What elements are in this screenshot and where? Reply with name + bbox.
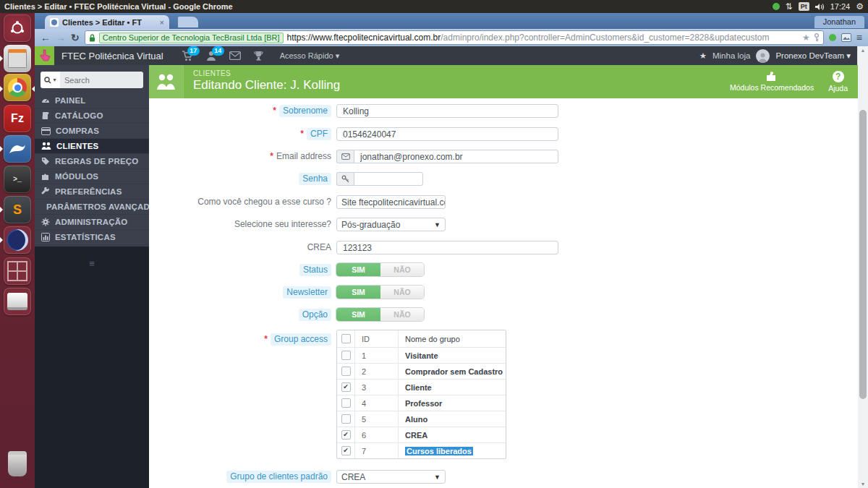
page-scrollbar[interactable]: ▲ ▼ xyxy=(857,46,868,488)
admin-sidebar: ▾ PAINEL CATÁLOGO COMPRAS CLIENTES REGRA… xyxy=(35,65,149,488)
tab-close-icon[interactable]: × xyxy=(160,18,164,27)
table-header-row: ID Nome do grupo xyxy=(337,330,506,347)
launcher-workspace-switcher-icon[interactable] xyxy=(4,257,31,285)
status-yes-button[interactable]: SIM xyxy=(336,263,380,276)
bookmark-star-icon[interactable]: ★ xyxy=(802,33,810,43)
row-checkbox[interactable]: ✔ xyxy=(341,430,351,440)
forward-icon[interactable]: → xyxy=(56,33,66,43)
launcher-sublime-text-icon[interactable]: S xyxy=(4,196,31,223)
user-avatar[interactable] xyxy=(756,49,770,63)
chrome-menu-icon[interactable]: ≡ xyxy=(856,33,862,43)
launcher-google-chrome-icon[interactable] xyxy=(4,74,31,101)
row-checkbox[interactable]: ✔ xyxy=(341,382,351,392)
keyboard-layout-indicator[interactable]: Pt xyxy=(799,2,809,11)
launcher-mysql-workbench-icon[interactable] xyxy=(4,135,31,163)
row-checkbox[interactable] xyxy=(341,367,351,376)
running-indicator xyxy=(0,207,3,213)
row-checkbox[interactable] xyxy=(341,398,351,408)
ev-certificate-badge[interactable]: Centro Superior de Tecnologia TecBrasil … xyxy=(99,33,284,43)
table-row[interactable]: ✔ 7 Cursos liberados xyxy=(337,442,506,458)
row-checkbox[interactable]: ✔ xyxy=(341,446,351,455)
table-row[interactable]: 1 Visitante xyxy=(337,347,506,363)
launcher-external-drive-icon[interactable] xyxy=(4,288,31,315)
table-row[interactable]: ✔ 3 Cliente xyxy=(337,379,506,395)
scroll-down-icon[interactable]: ▼ xyxy=(858,481,868,487)
sidebar-item-clientes[interactable]: CLIENTES xyxy=(35,139,149,154)
launcher-file-manager-icon[interactable] xyxy=(4,45,31,72)
customers-notification[interactable]: 14 xyxy=(206,51,216,61)
recommended-modules-button[interactable]: Módulos Recomendados xyxy=(730,72,814,92)
sidebar-item-parametros-avancados[interactable]: PARÂMETROS AVANÇADOS xyxy=(35,200,149,215)
saved-password-key-icon[interactable] xyxy=(814,33,820,42)
email-input[interactable] xyxy=(354,150,558,163)
sidebar-item-catalogo[interactable]: CATÁLOGO xyxy=(35,108,149,124)
status-no-button[interactable]: NÃO xyxy=(380,263,424,276)
customers-badge: 14 xyxy=(212,46,224,56)
address-bar[interactable]: Centro Superior de Tecnologia TecBrasil … xyxy=(85,30,824,45)
senha-input[interactable] xyxy=(354,172,423,186)
profile-name-badge[interactable]: Jonathan xyxy=(814,16,864,28)
table-row[interactable]: 2 Comprador sem Cadastro xyxy=(337,363,506,379)
orders-notification[interactable]: 17 xyxy=(182,51,193,61)
interest-select[interactable]: Pós-graduação▼ xyxy=(336,218,446,231)
shop-name[interactable]: FTEC Politécnica Virtual xyxy=(61,51,163,61)
launcher-ubuntu-dash-icon[interactable] xyxy=(4,14,31,42)
tab-strip: Clientes > Editar • FT × Jonathan xyxy=(35,13,868,29)
help-button[interactable]: ? Ajuda xyxy=(828,71,848,93)
clock[interactable]: 17:24 xyxy=(830,2,851,11)
badges-notification[interactable] xyxy=(254,51,263,61)
pointer-hand-icon xyxy=(39,49,51,62)
newsletter-toggle: SIMNÃO xyxy=(336,286,424,299)
search-input[interactable] xyxy=(60,72,143,88)
select-all-checkbox[interactable] xyxy=(341,334,351,343)
scrollbar-thumb[interactable] xyxy=(859,110,867,399)
extension-dot-icon[interactable] xyxy=(829,34,836,41)
messages-notification[interactable] xyxy=(229,51,241,60)
my-shop-link[interactable]: Minha loja xyxy=(712,51,750,60)
row-checkbox[interactable] xyxy=(341,351,351,360)
table-row[interactable]: ✔ 6 CREA xyxy=(337,427,506,442)
crea-input[interactable] xyxy=(336,241,558,254)
launcher-eclipse-icon[interactable] xyxy=(4,226,31,254)
sidebar-item-preferencias[interactable]: PREFERÊNCIAS xyxy=(35,184,149,200)
sidebar-item-modulos[interactable]: MÓDULOS xyxy=(35,169,149,184)
reload-icon[interactable]: ↻ xyxy=(71,33,80,43)
volume-icon[interactable] xyxy=(815,3,825,11)
quick-access-menu[interactable]: Acesso Rápido ▾ xyxy=(280,51,340,61)
sync-updown-icon[interactable]: ⇅ xyxy=(786,2,793,11)
newsletter-yes-button[interactable]: SIM xyxy=(336,286,380,299)
sidebar-item-estatisticas[interactable]: ESTATÍSTICAS xyxy=(35,230,149,245)
user-menu[interactable]: Pronexo DevTeam ▾ xyxy=(775,51,851,61)
launcher-terminal-icon[interactable]: >_ xyxy=(4,166,31,193)
back-icon[interactable]: ← xyxy=(41,33,51,43)
shop-logo[interactable] xyxy=(35,46,54,65)
screenshot-extension-icon[interactable] xyxy=(841,33,851,42)
source-select[interactable]: Site ftecpolitecnicavirtual.cor▼ xyxy=(336,195,446,209)
sidebar-collapse-icon[interactable]: ≡ xyxy=(85,258,99,269)
new-tab-button[interactable] xyxy=(178,17,198,27)
orders-badge: 17 xyxy=(187,46,200,56)
row-checkbox[interactable] xyxy=(341,414,351,424)
search-button[interactable]: ▾ xyxy=(41,72,60,88)
table-row[interactable]: 5 Aluno xyxy=(337,411,506,427)
sidebar-item-compras[interactable]: COMPRAS xyxy=(35,124,149,139)
session-gear-icon[interactable]: ⚙ xyxy=(856,2,864,11)
scroll-up-icon[interactable]: ▲ xyxy=(858,48,868,53)
opcao-yes-button[interactable]: SIM xyxy=(336,308,380,321)
default-group-select[interactable]: CREA▼ xyxy=(336,470,446,484)
opcao-no-button[interactable]: NÃO xyxy=(380,308,424,321)
launcher-trash-icon[interactable] xyxy=(4,450,31,477)
sidebar-item-painel[interactable]: PAINEL xyxy=(35,93,149,108)
price-tag-icon xyxy=(41,157,50,166)
table-row[interactable]: 4 Professor xyxy=(337,395,506,411)
launcher-filezilla-icon[interactable]: Fz xyxy=(4,105,31,132)
status-dot-icon[interactable] xyxy=(773,3,780,10)
newsletter-no-button[interactable]: NÃO xyxy=(380,286,424,299)
select-arrow-icon: ▼ xyxy=(430,474,441,481)
sidebar-item-administracao[interactable]: ADMINISTRAÇÃO xyxy=(35,215,149,230)
sidebar-footer: ≡ xyxy=(35,247,149,488)
browser-tab[interactable]: Clientes > Editar • FT × xyxy=(45,15,169,29)
sobrenome-input[interactable] xyxy=(336,104,558,118)
sidebar-item-regras-de-preco[interactable]: REGRAS DE PREÇO xyxy=(35,154,149,169)
cpf-input[interactable] xyxy=(336,127,558,141)
